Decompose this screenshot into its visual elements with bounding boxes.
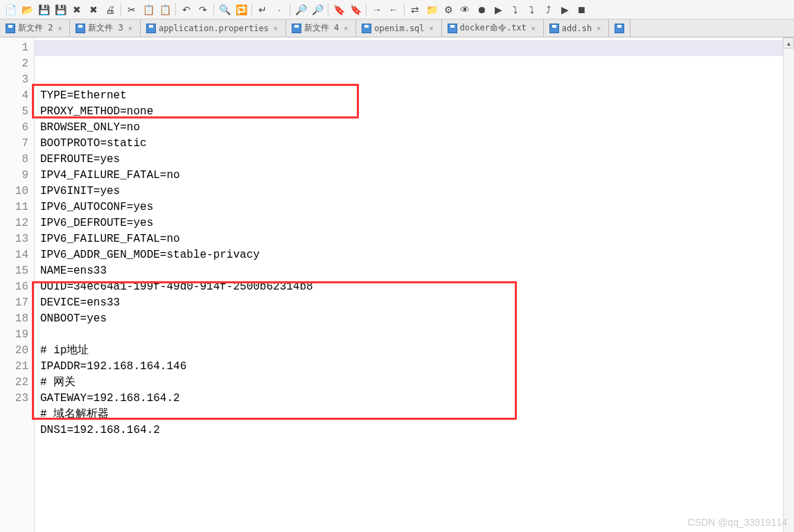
code-line[interactable]: # 网关 bbox=[40, 375, 788, 391]
file-tab-overflow[interactable] bbox=[609, 19, 630, 37]
close-all-button[interactable]: ✖ bbox=[86, 2, 101, 17]
file-tab[interactable]: docker命令.txt✕ bbox=[442, 19, 544, 37]
disk-icon bbox=[549, 24, 559, 33]
toolbar-separator bbox=[290, 3, 290, 16]
code-line[interactable]: IPV6_DEFROUTE=yes bbox=[40, 215, 788, 231]
disk-icon bbox=[362, 24, 371, 33]
paste-button[interactable]: 📋 bbox=[157, 2, 173, 17]
close-tab-icon[interactable]: ✕ bbox=[126, 24, 134, 33]
code-line[interactable]: # 域名解析器 bbox=[40, 407, 788, 423]
close-tab-icon[interactable]: ✕ bbox=[272, 24, 280, 33]
print-button[interactable]: 🖨 bbox=[103, 2, 118, 17]
code-line[interactable]: IPV6INIT=yes bbox=[40, 184, 788, 200]
watermark: CSDN @qq_33919114 bbox=[688, 517, 787, 528]
folder-button[interactable]: 📁 bbox=[424, 2, 439, 17]
line-number: 5 bbox=[0, 104, 28, 120]
close-tab-icon[interactable]: ✕ bbox=[342, 24, 350, 33]
disk-icon bbox=[146, 24, 156, 33]
tab-label: 新文件 3 bbox=[88, 22, 123, 34]
toolbar-separator bbox=[328, 3, 328, 16]
file-tab[interactable]: openim.sql✕ bbox=[356, 19, 441, 37]
eye-button[interactable]: 👁 bbox=[457, 2, 473, 17]
close-tab-icon[interactable]: ✕ bbox=[529, 24, 538, 33]
close-button[interactable]: ✖ bbox=[69, 2, 85, 17]
code-line[interactable]: DNS1=192.168.164.2 bbox=[40, 423, 788, 438]
step-out-button[interactable]: ⤴ bbox=[540, 2, 556, 17]
next-bookmark-button[interactable]: 🔖 bbox=[348, 2, 363, 17]
code-line[interactable]: PROXY_METHOD=none bbox=[40, 104, 788, 120]
file-tab[interactable]: application.properties✕ bbox=[141, 19, 286, 37]
outdent-button[interactable]: ← bbox=[386, 2, 401, 17]
close-tab-icon[interactable]: ✕ bbox=[427, 24, 436, 33]
disk-icon bbox=[292, 24, 301, 33]
run-button[interactable]: ▶ bbox=[557, 2, 572, 17]
code-line[interactable]: NAME=ens33 bbox=[40, 263, 788, 279]
code-line[interactable]: IPV6_ADDR_GEN_MODE=stable-privacy bbox=[40, 247, 788, 263]
code-line[interactable]: GATEWAY=192.168.164.2 bbox=[40, 391, 788, 407]
code-line[interactable]: DEVICE=ens33 bbox=[40, 295, 788, 311]
line-number: 11 bbox=[0, 200, 28, 215]
cut-button[interactable]: ✂ bbox=[124, 2, 139, 17]
tab-label: 新文件 2 bbox=[18, 22, 53, 34]
step-into-button[interactable]: ⤵ bbox=[524, 2, 539, 17]
find-button[interactable]: 🔍 bbox=[217, 2, 232, 17]
tab-label: openim.sql bbox=[374, 24, 424, 33]
line-number: 7 bbox=[0, 136, 28, 152]
line-number-gutter: 1234567891011121314151617181920212223 bbox=[0, 37, 35, 532]
save-all-button[interactable]: 💾 bbox=[53, 2, 68, 17]
code-line[interactable]: IPV6_AUTOCONF=yes bbox=[40, 200, 788, 215]
record-button[interactable]: ⏺ bbox=[474, 2, 489, 17]
open-folder-button[interactable]: 📂 bbox=[19, 2, 35, 17]
whitespace-button[interactable]: · bbox=[272, 2, 287, 17]
disk-icon bbox=[615, 24, 624, 33]
line-number: 4 bbox=[0, 88, 28, 104]
compare-button[interactable]: ⇄ bbox=[407, 2, 423, 17]
toolbar-separator bbox=[175, 3, 176, 16]
bookmark-button[interactable]: 🔖 bbox=[331, 2, 346, 17]
line-number: 3 bbox=[0, 72, 28, 88]
zoom-out-button[interactable]: 🔎 bbox=[310, 2, 325, 17]
replace-button[interactable]: 🔁 bbox=[233, 2, 249, 17]
copy-button[interactable]: 📋 bbox=[141, 2, 156, 17]
indent-button[interactable]: → bbox=[369, 2, 385, 17]
line-number: 19 bbox=[0, 327, 28, 343]
redo-button[interactable]: ↷ bbox=[195, 2, 211, 17]
code-line[interactable]: BROWSER_ONLY=no bbox=[40, 120, 788, 136]
toolbar-separator bbox=[213, 3, 214, 16]
file-tab[interactable]: 新文件 3✕ bbox=[70, 19, 140, 37]
code-line[interactable]: BOOTPROTO=static bbox=[40, 136, 788, 152]
line-number: 14 bbox=[0, 247, 28, 263]
word-wrap-button[interactable]: ↵ bbox=[255, 2, 270, 17]
step-over-button[interactable]: ⤵ bbox=[507, 2, 522, 17]
code-line[interactable]: DEFROUTE=yes bbox=[40, 152, 788, 168]
code-line[interactable]: IPV6_FAILURE_FATAL=no bbox=[40, 231, 788, 247]
code-line[interactable]: IPADDR=192.168.164.146 bbox=[40, 359, 788, 375]
main-toolbar: 📄📂💾💾✖✖🖨✂📋📋↶↷🔍🔁↵·🔎🔎🔖🔖→←⇄📁⚙👁⏺▶⤵⤵⤴▶⏹ bbox=[0, 0, 794, 19]
line-number: 13 bbox=[0, 231, 28, 247]
code-line[interactable] bbox=[40, 327, 788, 343]
file-tab[interactable]: 新文件 2✕ bbox=[0, 19, 70, 37]
code-line[interactable]: ONBOOT=yes bbox=[40, 311, 788, 327]
code-line[interactable]: IPV4_FAILURE_FATAL=no bbox=[40, 168, 788, 184]
code-line[interactable]: # ip地址 bbox=[40, 343, 788, 359]
undo-button[interactable]: ↶ bbox=[179, 2, 194, 17]
code-line[interactable]: UUID=34ec64a1-199f-49d0-914f-2500b62314b… bbox=[40, 279, 788, 295]
scroll-up-button[interactable]: ▴ bbox=[783, 37, 794, 48]
settings-button[interactable]: ⚙ bbox=[441, 2, 456, 17]
line-number: 1 bbox=[0, 40, 28, 56]
close-tab-icon[interactable]: ✕ bbox=[594, 24, 603, 33]
stop-button[interactable]: ⏹ bbox=[574, 2, 589, 17]
line-number: 15 bbox=[0, 263, 28, 279]
close-tab-icon[interactable]: ✕ bbox=[55, 24, 64, 33]
new-file-button[interactable]: 📄 bbox=[3, 2, 18, 17]
save-button[interactable]: 💾 bbox=[36, 2, 51, 17]
code-line[interactable] bbox=[40, 438, 788, 454]
editor-area: 1234567891011121314151617181920212223 TY… bbox=[0, 37, 794, 532]
file-tab[interactable]: 新文件 4✕ bbox=[286, 19, 356, 37]
play-button[interactable]: ▶ bbox=[491, 2, 506, 17]
zoom-in-button[interactable]: 🔎 bbox=[293, 2, 308, 17]
code-content[interactable]: TYPE=EthernetPROXY_METHOD=noneBROWSER_ON… bbox=[35, 37, 794, 532]
file-tab[interactable]: add.sh✕ bbox=[544, 19, 609, 37]
code-line[interactable]: TYPE=Ethernet bbox=[40, 88, 788, 104]
vertical-scrollbar[interactable] bbox=[783, 48, 794, 532]
